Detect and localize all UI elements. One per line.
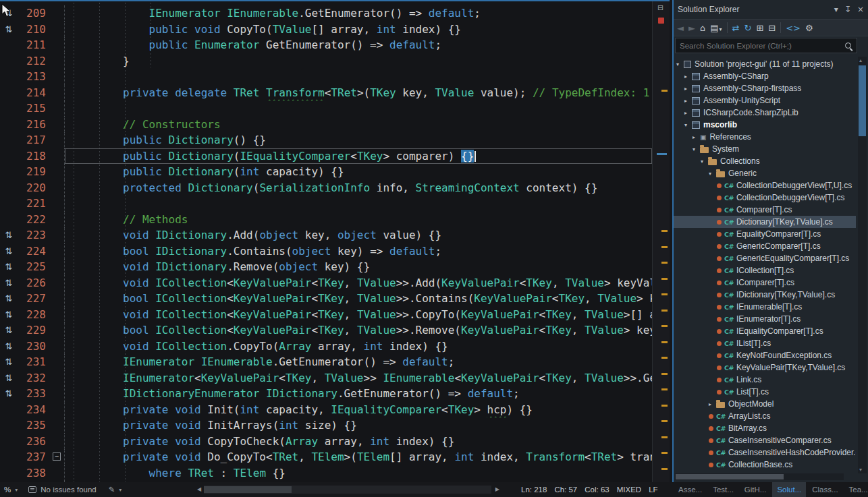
tree-item[interactable]: C#BitArray.cs xyxy=(674,422,856,434)
code-text[interactable]: void IDictionary.Add(object key, object … xyxy=(65,227,652,243)
tree-collapsed-icon[interactable]: ▸ xyxy=(693,134,700,140)
code-line[interactable]: ⇅233 IDictionaryEnumerator IDictionary.G… xyxy=(0,386,652,402)
tree-expanded-icon[interactable]: ▾ xyxy=(676,61,684,67)
line-number[interactable]: 221 xyxy=(18,196,51,212)
implements-interface-icon[interactable]: ⇅ xyxy=(0,386,18,402)
line-number[interactable]: 235 xyxy=(18,417,51,434)
panel-tab[interactable]: GitH... xyxy=(740,482,771,497)
back-icon[interactable]: ◄ xyxy=(677,22,684,34)
tree-item[interactable]: C#GenericEqualityComparer[T].cs xyxy=(674,252,856,264)
implements-interface-icon[interactable]: ⇅ xyxy=(0,339,18,355)
line-number[interactable]: 231 xyxy=(18,354,51,370)
code-text[interactable]: private void InitArrays(int size) {} xyxy=(65,417,652,434)
code-line[interactable]: ⇅209 IEnumerator IEnumerable.GetEnumerat… xyxy=(0,5,652,22)
tree-item[interactable]: ▸ObjectModel xyxy=(674,398,856,410)
code-text[interactable]: private delegate TRet Transform<TRet>(TK… xyxy=(65,85,652,101)
search-box[interactable] xyxy=(675,38,857,53)
code-text[interactable]: } xyxy=(65,53,652,69)
tree-item[interactable]: C#EqualityComparer[T].cs xyxy=(674,228,856,240)
code-text[interactable]: // Constructors xyxy=(65,117,652,133)
tree-item[interactable]: ▾Generic xyxy=(674,167,856,179)
panel-tab[interactable]: Solut... xyxy=(772,482,806,497)
code-line[interactable]: ⇅229 bool ICollection<KeyValuePair<TKey,… xyxy=(0,322,652,339)
code-line[interactable]: 220 protected Dictionary(SerializationIn… xyxy=(0,180,652,196)
line-number[interactable]: 220 xyxy=(18,180,51,196)
search-icon[interactable] xyxy=(845,42,851,49)
tree-item[interactable]: C#CollectionBase.cs xyxy=(674,459,856,471)
line-number[interactable]: 238 xyxy=(18,465,51,481)
tree-item[interactable]: C#Comparer[T].cs xyxy=(674,204,856,216)
line-number[interactable]: 223 xyxy=(18,227,51,243)
tree-collapsed-icon[interactable]: ▸ xyxy=(684,86,692,92)
scrollbar-thumb[interactable] xyxy=(859,65,866,136)
line-number[interactable]: 213 xyxy=(18,69,51,85)
code-text[interactable]: public Dictionary(int capacity) {} xyxy=(65,164,652,180)
code-text[interactable]: where TRet : TElem {} xyxy=(65,465,652,481)
code-line[interactable]: ⇅227 bool ICollection<KeyValuePair<TKey,… xyxy=(0,291,652,307)
code-text[interactable]: private static KeyValuePair<TKey, TValue… xyxy=(65,481,652,482)
tree-item[interactable]: C#ArrayList.cs xyxy=(674,410,856,422)
code-line[interactable]: 218 public Dictionary(IEqualityComparer<… xyxy=(0,148,652,165)
code-line[interactable]: 216 // Constructors xyxy=(0,117,652,133)
implements-interface-icon[interactable]: ⇅ xyxy=(0,243,18,260)
tree-collapsed-icon[interactable]: ▸ xyxy=(709,401,716,407)
tree-collapsed-icon[interactable]: ▸ xyxy=(684,98,692,104)
line-number[interactable]: 225 xyxy=(18,259,51,275)
tree-expanded-icon[interactable]: ▾ xyxy=(693,146,700,152)
tree-item[interactable]: C#KeyNotFoundException.cs xyxy=(674,349,856,361)
code-text[interactable]: private void CopyToCheck(Array array, in… xyxy=(65,434,652,450)
tree-item[interactable]: C#IDictionary[TKey,TValue].cs xyxy=(674,289,856,301)
editor-horizontal-scrollbar[interactable]: ◀ ▶ xyxy=(197,486,499,494)
code-text[interactable] xyxy=(65,196,652,212)
zoom-control[interactable]: % xyxy=(4,486,11,494)
tree-item[interactable]: ▸ICSharpCode.SharpZipLib xyxy=(674,107,856,119)
implements-interface-icon[interactable]: ⇅ xyxy=(0,275,18,291)
line-number[interactable]: 227 xyxy=(18,291,51,307)
tree-item[interactable]: ▸Assembly-CSharp xyxy=(674,70,856,82)
line-number[interactable]: 228 xyxy=(18,307,51,323)
implements-interface-icon[interactable]: ⇅ xyxy=(0,259,18,275)
pen-icon[interactable]: ✎ xyxy=(109,485,115,494)
code-text[interactable]: public void CopyTo(TValue[] array, int i… xyxy=(65,22,652,38)
explorer-vertical-scrollbar[interactable]: ▴ ▾ xyxy=(858,57,867,473)
tree-item[interactable]: ▾System xyxy=(674,143,856,155)
code-line[interactable]: ⇅223 void IDictionary.Add(object key, ob… xyxy=(0,227,652,243)
line-number[interactable]: 211 xyxy=(18,37,51,53)
code-text[interactable]: bool ICollection<KeyValuePair<TKey, TVal… xyxy=(65,322,652,339)
code-line[interactable]: 221 xyxy=(0,196,652,212)
tree-expanded-icon[interactable]: ▾ xyxy=(701,158,708,165)
implements-interface-icon[interactable]: ⇅ xyxy=(0,354,18,370)
code-line[interactable]: 213 xyxy=(0,69,652,85)
code-line[interactable]: ⇅228 void ICollection<KeyValuePair<TKey,… xyxy=(0,307,652,323)
code-line[interactable]: 238 where TRet : TElem {} xyxy=(0,465,652,481)
line-number[interactable]: 218 xyxy=(18,148,51,165)
scroll-right-icon[interactable]: ▶ xyxy=(495,486,499,492)
scrollbar-thumb[interactable] xyxy=(204,486,292,493)
tree-item[interactable]: C#Link.cs xyxy=(674,374,856,386)
code-line[interactable]: 234 private void Init(int capacity, IEqu… xyxy=(0,402,652,418)
code-text[interactable]: bool IDictionary.Contains(object key) =>… xyxy=(65,243,652,260)
code-text[interactable]: public Dictionary() {} xyxy=(65,132,652,148)
scrollbar-thumb[interactable] xyxy=(676,474,784,479)
code-line[interactable]: 239 private static KeyValuePair<TKey, TV… xyxy=(0,481,652,482)
code-line[interactable]: 235 private void InitArrays(int size) {} xyxy=(0,417,652,434)
line-number[interactable]: 239 xyxy=(18,481,51,482)
code-text[interactable] xyxy=(65,100,652,117)
tree-item[interactable]: C#Dictionary[TKey,TValue].cs xyxy=(674,216,856,228)
tree-item[interactable]: C#KeyValuePair[TKey,TValue].cs xyxy=(674,361,856,374)
line-number[interactable]: 229 xyxy=(18,322,51,339)
explorer-horizontal-scrollbar[interactable] xyxy=(675,473,844,480)
code-line[interactable]: 219 public Dictionary(int capacity) {} xyxy=(0,164,652,180)
tree-expanded-icon[interactable]: ▾ xyxy=(709,171,716,177)
code-line[interactable]: ⇅232 IEnumerator<KeyValuePair<TKey, TVal… xyxy=(0,370,652,386)
code-line[interactable]: ⇅224 bool IDictionary.Contains(object ke… xyxy=(0,243,652,260)
tree-item[interactable]: C#IComparer[T].cs xyxy=(674,276,856,289)
tree-expanded-icon[interactable]: ▾ xyxy=(684,122,692,128)
code-line[interactable]: ⇅231 IEnumerator IEnumerable.GetEnumerat… xyxy=(0,354,652,370)
implements-interface-icon[interactable]: ⇅ xyxy=(0,370,18,386)
code-line[interactable]: ⇅225 void IDictionary.Remove(object key)… xyxy=(0,259,652,275)
tree-item[interactable]: C#IEnumerator[T].cs xyxy=(674,313,856,325)
issues-status[interactable]: No issues found xyxy=(40,486,96,494)
tree-item[interactable]: C#ICollection[T].cs xyxy=(674,264,856,276)
caret-down-icon[interactable]: ▾ xyxy=(15,487,18,493)
